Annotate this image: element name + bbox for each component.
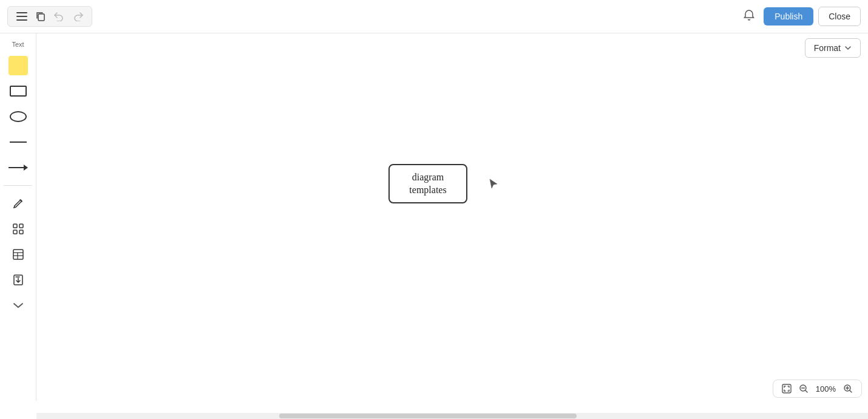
pen-icon [12, 197, 25, 210]
cursor-indicator [489, 178, 498, 193]
menu-button[interactable] [13, 10, 31, 23]
svg-rect-6 [13, 230, 17, 234]
grid-icon [12, 222, 25, 236]
svg-rect-4 [13, 224, 17, 228]
format-button[interactable]: Format [805, 38, 861, 58]
publish-button[interactable]: Publish [764, 7, 813, 26]
svg-rect-2 [16, 19, 27, 21]
arrow-shape [8, 165, 28, 171]
svg-rect-7 [19, 230, 23, 234]
toolbar-left [7, 6, 92, 27]
svg-rect-5 [19, 224, 23, 228]
svg-line-17 [805, 390, 807, 392]
sticky-note-tool[interactable] [5, 54, 31, 77]
zoom-out-icon [799, 384, 809, 393]
redo-button[interactable] [69, 10, 87, 24]
svg-rect-14 [782, 384, 791, 393]
line-shape [10, 141, 27, 143]
zoom-out-button[interactable] [796, 383, 811, 395]
sidebar-text-label: Text [0, 41, 36, 48]
close-button[interactable]: Close [818, 7, 861, 26]
sidebar: Text [0, 33, 36, 401]
horizontal-scrollbar-thumb[interactable] [279, 414, 577, 418]
zoom-controls: 100% [773, 380, 862, 398]
line-tool[interactable] [5, 131, 31, 154]
svg-rect-0 [16, 12, 27, 13]
pen-tool[interactable] [5, 192, 31, 215]
format-bar: Format [798, 33, 868, 63]
rectangle-shape [10, 86, 27, 97]
expand-tool[interactable] [5, 294, 31, 317]
svg-rect-8 [13, 250, 23, 259]
ellipse-tool[interactable] [5, 105, 31, 128]
rectangle-tool[interactable] [5, 80, 31, 103]
import-tool[interactable] [5, 268, 31, 291]
diagram-node-text: diagramtemplates [409, 171, 446, 197]
undo-button[interactable] [50, 10, 68, 24]
arrow-tool[interactable] [5, 156, 31, 179]
copy-button[interactable] [32, 9, 49, 24]
toolbar-main-group [7, 6, 92, 27]
grid-tool[interactable] [5, 217, 31, 240]
zoom-in-button[interactable] [841, 383, 855, 395]
svg-line-21 [850, 390, 852, 392]
table-icon [12, 248, 25, 261]
svg-rect-3 [38, 14, 44, 21]
diagram-node[interactable]: diagramtemplates [388, 164, 467, 203]
horizontal-scrollbar-track[interactable] [36, 413, 868, 419]
fit-zoom-button[interactable] [779, 383, 794, 395]
zoom-level: 100% [813, 384, 838, 393]
svg-rect-1 [16, 16, 27, 17]
fit-icon [782, 384, 792, 393]
ellipse-shape [10, 111, 27, 122]
notification-button[interactable] [739, 5, 759, 28]
toolbar-right: Publish Close [739, 5, 861, 28]
canvas[interactable]: diagramtemplates [36, 33, 868, 401]
zoom-in-icon [843, 384, 853, 393]
sidebar-divider-1 [4, 185, 32, 186]
table-tool[interactable] [5, 243, 31, 266]
toolbar: Publish Close [0, 0, 868, 33]
chevron-down-icon [13, 302, 24, 309]
sticky-note-shape [8, 56, 28, 75]
import-icon [12, 273, 25, 287]
format-label: Format [814, 43, 841, 53]
